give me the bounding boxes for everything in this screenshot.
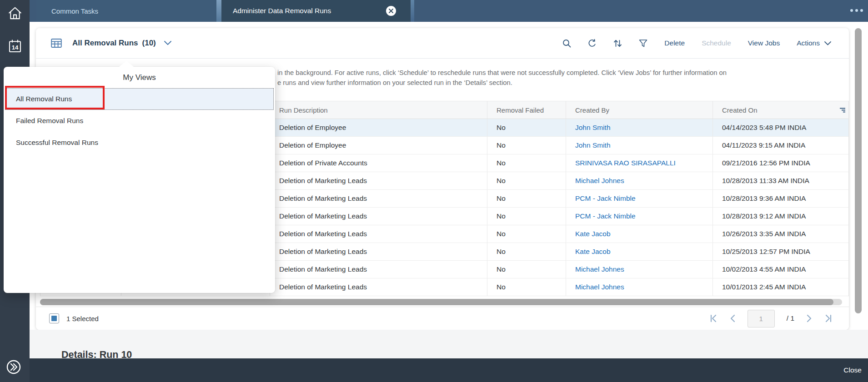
tab-label: Administer Data Removal Runs bbox=[233, 7, 331, 15]
tab-common-tasks[interactable]: Common Tasks bbox=[36, 0, 216, 22]
calendar-icon[interactable]: 14 bbox=[0, 38, 30, 55]
created-on-cell: 04/11/2023 9:15 AM INDIA bbox=[713, 137, 848, 154]
run-description-cell: Deletion of Marketing Leads bbox=[270, 190, 487, 207]
last-page-icon[interactable] bbox=[824, 314, 833, 322]
column-header-run-description[interactable]: Run Description bbox=[270, 101, 487, 119]
removal-failed-cell: No bbox=[487, 172, 566, 189]
removal-failed-cell: No bbox=[487, 190, 566, 207]
close-tab-icon[interactable] bbox=[386, 6, 396, 16]
bottom-bar: Close bbox=[30, 358, 868, 382]
svg-text:14: 14 bbox=[11, 44, 18, 51]
view-selector[interactable]: All Removal Runs (10) bbox=[51, 38, 171, 48]
delete-button[interactable]: Delete bbox=[664, 39, 685, 47]
removal-failed-cell: No bbox=[487, 208, 566, 225]
selected-count: 1 Selected bbox=[66, 315, 99, 322]
removal-failed-cell: No bbox=[487, 261, 566, 278]
created-by-cell[interactable]: Michael Johnes bbox=[566, 172, 713, 189]
created-by-cell[interactable]: Kate Jacob bbox=[566, 243, 713, 260]
description-line-2: e runs and view further information on y… bbox=[277, 78, 846, 88]
chevron-down-icon bbox=[824, 41, 831, 45]
created-by-cell[interactable]: SRINIVASA RAO SIRASAPALLI bbox=[566, 154, 713, 172]
created-by-cell[interactable]: John Smith bbox=[566, 119, 713, 136]
created-on-cell: 10/01/2013 2:45 AM INDIA bbox=[713, 278, 848, 296]
created-by-cell[interactable]: Michael Johnes bbox=[566, 278, 713, 296]
run-description-cell: Deletion of Marketing Leads bbox=[270, 243, 487, 260]
removal-failed-cell: No bbox=[487, 225, 566, 243]
removal-failed-cell: No bbox=[487, 154, 566, 172]
popup-item-list: All Removal RunsFailed Removal RunsSucce… bbox=[4, 88, 275, 154]
table-view-icon bbox=[51, 38, 62, 48]
column-header-removal-failed[interactable]: Removal Failed bbox=[487, 101, 566, 119]
tab-administer-data-removal-runs[interactable]: Administer Data Removal Runs bbox=[221, 0, 411, 22]
tab-separator bbox=[216, 0, 221, 22]
removal-failed-cell: No bbox=[487, 137, 566, 154]
actions-label: Actions bbox=[797, 39, 820, 47]
created-on-cell: 10/02/2013 4:55 AM INDIA bbox=[713, 261, 848, 278]
created-on-cell: 10/28/2013 9:12 AM INDIA bbox=[713, 208, 848, 225]
run-description-cell: Deletion of Marketing Leads bbox=[270, 261, 487, 278]
home-icon[interactable] bbox=[0, 5, 30, 21]
page-total: / 1 bbox=[787, 314, 794, 322]
description-text: in the background. For active runs, clic… bbox=[277, 68, 846, 88]
description-line-1: in the background. For active runs, clic… bbox=[277, 68, 846, 78]
refresh-icon[interactable] bbox=[588, 39, 597, 48]
overflow-menu-icon[interactable] bbox=[850, 9, 863, 12]
table-footer: 1 Selected 1 / 1 bbox=[36, 307, 849, 330]
page-number-input[interactable]: 1 bbox=[748, 310, 775, 327]
vertical-scrollbar[interactable] bbox=[855, 28, 862, 313]
created-on-cell: 04/14/2023 5:48 PM INDIA bbox=[713, 119, 848, 136]
removal-failed-cell: No bbox=[487, 278, 566, 296]
column-header-label: Created On bbox=[722, 106, 758, 114]
actions-menu-button[interactable]: Actions bbox=[797, 39, 831, 47]
view-jobs-button[interactable]: View Jobs bbox=[748, 39, 780, 47]
created-on-cell: 10/28/2013 11:33 AM INDIA bbox=[713, 172, 848, 189]
created-by-cell[interactable]: PCM - Jack Nimble bbox=[566, 208, 713, 225]
run-description-cell: Deletion of Employee bbox=[270, 119, 487, 136]
tab-label: Common Tasks bbox=[51, 7, 98, 15]
column-header-created-on[interactable]: Created On bbox=[713, 101, 848, 119]
schedule-button[interactable]: Schedule bbox=[702, 39, 731, 47]
run-description-cell: Deletion of Private Accounts bbox=[270, 154, 487, 172]
created-on-cell: 10/28/2013 9:36 AM INDIA bbox=[713, 190, 848, 207]
toolbar-actions: Delete Schedule View Jobs Actions bbox=[562, 39, 831, 48]
close-button[interactable]: Close bbox=[843, 366, 862, 374]
next-page-icon[interactable] bbox=[806, 314, 813, 322]
created-by-cell[interactable]: Kate Jacob bbox=[566, 225, 713, 243]
column-header-created-by[interactable]: Created By bbox=[566, 101, 713, 119]
popup-callout-arrow bbox=[119, 61, 134, 67]
select-all-checkbox[interactable] bbox=[49, 313, 59, 323]
created-on-cell: 09/21/2016 12:56 PM INDIA bbox=[713, 154, 848, 172]
created-on-cell: 10/25/2013 12:57 PM INDIA bbox=[713, 243, 848, 260]
removal-failed-cell: No bbox=[487, 243, 566, 260]
run-description-cell: Deletion of Marketing Leads bbox=[270, 172, 487, 189]
created-on-cell: 10/26/2013 3:35 AM INDIA bbox=[713, 225, 848, 243]
table-toolbar: All Removal Runs (10) bbox=[36, 28, 849, 59]
created-by-cell[interactable]: John Smith bbox=[566, 137, 713, 154]
my-views-popup: My Views All Removal RunsFailed Removal … bbox=[4, 67, 275, 293]
previous-page-icon[interactable] bbox=[729, 314, 736, 322]
pagination: 1 / 1 bbox=[709, 310, 833, 327]
search-icon[interactable] bbox=[562, 39, 571, 48]
view-count: (10) bbox=[142, 39, 156, 48]
expand-panel-icon[interactable] bbox=[6, 359, 21, 375]
horizontal-scrollbar-thumb[interactable] bbox=[40, 299, 833, 305]
chevron-down-icon[interactable] bbox=[164, 41, 171, 45]
top-tab-bar: Common Tasks Administer Data Removal Run… bbox=[30, 0, 868, 22]
filter-icon[interactable] bbox=[639, 39, 647, 47]
column-settings-icon[interactable] bbox=[839, 107, 845, 114]
first-page-icon[interactable] bbox=[709, 314, 717, 322]
app-window: 14 Common Tasks Administer Data Removal … bbox=[0, 0, 868, 382]
run-description-cell: Deletion of Employee bbox=[270, 137, 487, 154]
horizontal-scrollbar[interactable] bbox=[40, 299, 842, 305]
sort-icon[interactable] bbox=[613, 39, 622, 48]
created-by-cell[interactable]: Michael Johnes bbox=[566, 261, 713, 278]
view-option-successful-removal-runs[interactable]: Successful Removal Runs bbox=[5, 132, 274, 154]
view-option-failed-removal-runs[interactable]: Failed Removal Runs bbox=[5, 110, 274, 132]
view-option-all-removal-runs[interactable]: All Removal Runs bbox=[5, 88, 274, 110]
created-by-cell[interactable]: PCM - Jack Nimble bbox=[566, 190, 713, 207]
popup-title: My Views bbox=[4, 67, 275, 88]
run-description-cell: Deletion of Marketing Leads bbox=[270, 225, 487, 243]
run-description-cell: Deletion of Marketing Leads bbox=[270, 208, 487, 225]
run-description-cell: Deletion of Marketing Leads bbox=[270, 278, 487, 296]
view-title: All Removal Runs bbox=[72, 39, 138, 48]
